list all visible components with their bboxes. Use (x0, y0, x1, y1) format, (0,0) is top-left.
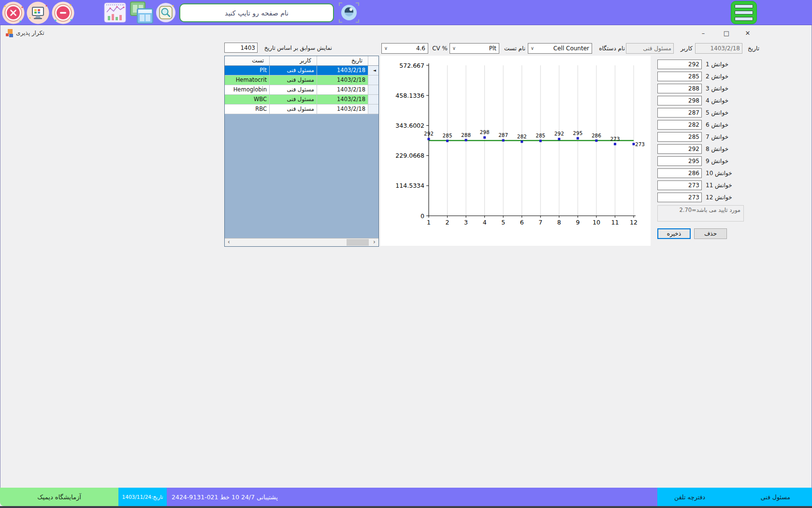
table-cell[interactable]: Hemoglobin (225, 85, 269, 94)
svg-text:343.6002: 343.6002 (395, 122, 424, 129)
svg-text:273: 273 (635, 141, 645, 147)
page-search-input[interactable] (179, 3, 334, 22)
monitor-button[interactable] (27, 1, 49, 24)
scrollbar-thumb[interactable] (347, 239, 369, 246)
table-cell[interactable]: 1403/2/18 (317, 85, 368, 94)
reading-input-8[interactable] (657, 144, 702, 154)
table-row[interactable]: Pltمسئول فنی1403/2/18◄ (225, 66, 378, 75)
chart-icon (104, 2, 126, 23)
reading-input-5[interactable] (657, 108, 702, 118)
date-label: تاریخ (743, 45, 759, 52)
window-minimize-button[interactable]: – (696, 28, 711, 39)
close-app-button[interactable] (2, 1, 25, 24)
minimize-app-button[interactable] (52, 1, 74, 24)
statusbar-user: مسئول فنی (761, 493, 790, 501)
reading-label-9: خوانش 9 (706, 158, 728, 164)
reading-input-9[interactable] (657, 156, 702, 166)
history-filter-label: نمایش سوابق بر اساس تاریخ (260, 45, 332, 51)
device-select[interactable]: ∨ Cell Counter (528, 43, 592, 54)
reading-input-1[interactable] (657, 60, 702, 69)
row-selector[interactable] (368, 75, 378, 85)
svg-text:285: 285 (536, 133, 545, 138)
table-cell[interactable]: Hematocrit (225, 75, 269, 85)
history-filter-input[interactable] (224, 43, 258, 53)
row-selector[interactable] (368, 105, 378, 114)
table-cell[interactable]: مسئول فنی (269, 95, 317, 104)
reading-label-11: خوانش 11 (706, 182, 732, 189)
svg-text:0: 0 (420, 212, 424, 220)
column-header-test[interactable]: تست (225, 56, 269, 65)
scroll-right-icon[interactable]: › (370, 239, 378, 246)
reading-row: خوانش 11 (657, 180, 759, 190)
reading-input-6[interactable] (657, 120, 702, 130)
reading-label-4: خوانش 4 (706, 97, 728, 104)
main-menu-button[interactable] (731, 1, 757, 24)
reading-input-11[interactable] (657, 180, 702, 190)
reading-row: خوانش 1 (657, 60, 759, 69)
date-segment: تاریخ:1403/11/24 (118, 488, 167, 506)
row-selector[interactable]: ◄ (368, 66, 378, 75)
table-row[interactable]: Hematocritمسئول فنی1403/2/18 (225, 75, 378, 85)
table-row[interactable]: RBCمسئول فنی1403/2/18 (225, 105, 378, 114)
reading-label-2: خوانش 2 (706, 73, 728, 80)
chevron-down-icon: ∨ (450, 44, 458, 53)
reading-row: خوانش 6 (657, 120, 759, 130)
reading-row: خوانش 12 (657, 193, 759, 202)
column-header-date[interactable]: تاریخ (317, 56, 368, 65)
table-cell[interactable]: 1403/2/18 (317, 105, 368, 114)
table-cell[interactable]: مسئول فنی (269, 75, 317, 85)
search-tool-button[interactable] (156, 2, 176, 25)
table-cell[interactable]: مسئول فنی (269, 85, 317, 94)
minus-icon (52, 1, 74, 24)
table-row[interactable]: Hemoglobinمسئول فنی1403/2/18 (225, 85, 378, 95)
chart-tool-button[interactable] (104, 2, 126, 25)
window-maximize-button[interactable]: □ (719, 28, 734, 39)
table-cell[interactable]: 1403/2/18 (317, 95, 368, 104)
windows-tile-button[interactable] (130, 1, 154, 26)
reading-label-10: خوانش 10 (706, 170, 732, 177)
table-cell[interactable]: مسئول فنی (269, 105, 317, 114)
window-close-button[interactable]: ✕ (740, 28, 755, 39)
delete-button[interactable]: حذف (694, 228, 727, 239)
reading-input-7[interactable] (657, 132, 702, 142)
reading-input-3[interactable] (657, 84, 702, 93)
status-bar: آزمایشگاه دیمیک تاریخ:1403/11/24 پشتیبان… (0, 488, 812, 506)
menu-bar-icon (735, 17, 753, 21)
table-cell[interactable]: 1403/2/18 (317, 66, 368, 75)
phonebook-button[interactable]: دفترچه تلفن (674, 493, 705, 501)
reading-label-6: خوانش 6 (706, 121, 728, 128)
reading-input-12[interactable] (657, 193, 702, 202)
svg-text:285: 285 (443, 133, 452, 138)
table-cell[interactable]: WBC (225, 95, 269, 104)
qc-chart-panel: 572.667458.1336343.6002229.0668114.53340… (380, 56, 651, 246)
reading-input-10[interactable] (657, 168, 702, 178)
reading-input-2[interactable] (657, 72, 702, 81)
svg-text:6: 6 (520, 219, 524, 226)
eye-scan-button[interactable] (338, 1, 360, 26)
table-cell[interactable]: 1403/2/18 (317, 75, 368, 85)
support-segment: پشتیبانی 24/7 10 خط 021-9131-2424 (167, 488, 657, 506)
cv-select[interactable]: ∨ 4.6 (381, 43, 428, 54)
table-cell[interactable]: مسئول فنی (269, 66, 317, 75)
user-segment: دفترچه تلفن مسئول فنی (657, 488, 812, 506)
scroll-left-icon[interactable]: ‹ (225, 239, 233, 246)
svg-text:3: 3 (464, 219, 468, 226)
reading-row: خوانش 3 (657, 84, 759, 93)
reading-label-7: خوانش 7 (706, 134, 728, 140)
reading-row: خوانش 4 (657, 96, 759, 105)
table-cell[interactable]: Plt (225, 66, 269, 75)
svg-text:572.667: 572.667 (399, 62, 424, 69)
svg-text:282: 282 (517, 134, 527, 139)
column-header-user[interactable]: کاربر (269, 56, 317, 65)
user-field[interactable] (626, 43, 674, 54)
test-select[interactable]: ∨ Plt (450, 43, 499, 54)
reading-input-4[interactable] (657, 96, 702, 105)
date-field[interactable] (695, 43, 742, 54)
row-selector[interactable] (368, 85, 378, 94)
row-selector[interactable] (368, 95, 378, 104)
table-cell[interactable]: RBC (225, 105, 269, 114)
svg-text:9: 9 (576, 219, 580, 226)
table-row[interactable]: WBCمسئول فنی1403/2/18 (225, 95, 378, 105)
table-hscrollbar[interactable]: ‹ › (225, 238, 378, 246)
save-button[interactable]: ذخیره (657, 228, 691, 239)
